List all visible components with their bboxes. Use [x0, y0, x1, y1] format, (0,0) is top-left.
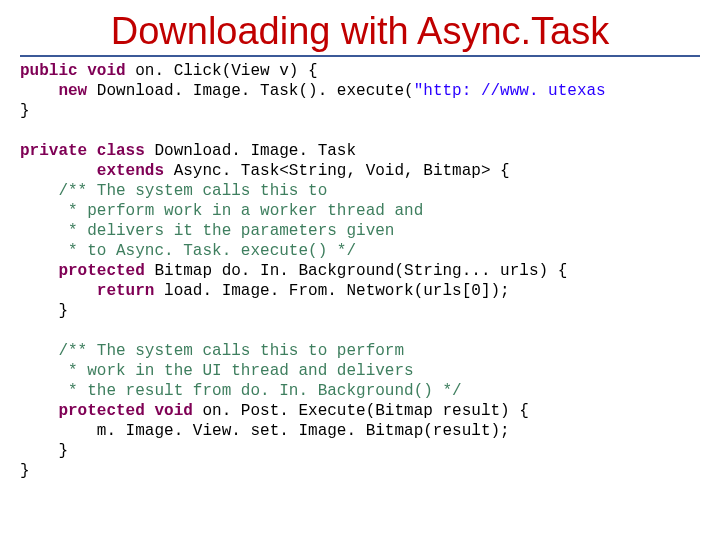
- code-l18b: on. Post. Execute(Bitmap result) {: [193, 402, 529, 420]
- kw-new: new: [20, 82, 87, 100]
- slide: Downloading with Async.Task public void …: [0, 0, 720, 540]
- cm-l07: /** The system calls this to: [20, 182, 327, 200]
- code-l01b: on. Click(View v) {: [126, 62, 318, 80]
- kw-protected1: protected: [20, 262, 145, 280]
- str-url: "http: //www. utexas: [414, 82, 606, 100]
- code-l21: }: [20, 462, 30, 480]
- code-l02b: Download. Image. Task(). execute(: [87, 82, 413, 100]
- kw-protected-void: protected void: [20, 402, 193, 420]
- code-l03: }: [20, 102, 30, 120]
- cm-l17: * the result from do. In. Background() *…: [20, 382, 462, 400]
- slide-title: Downloading with Async.Task: [20, 10, 700, 57]
- code-l20: }: [20, 442, 68, 460]
- cm-l08: * perform work in a worker thread and: [20, 202, 423, 220]
- code-l19: m. Image. View. set. Image. Bitmap(resul…: [20, 422, 510, 440]
- cm-l16: * work in the UI thread and delivers: [20, 362, 414, 380]
- kw-return: return: [20, 282, 154, 300]
- code-l06b: Async. Task<String, Void, Bitmap> {: [164, 162, 510, 180]
- kw-private-class: private class: [20, 142, 145, 160]
- code-l12b: load. Image. From. Network(urls[0]);: [154, 282, 509, 300]
- kw-extends: extends: [20, 162, 164, 180]
- cm-l10: * to Async. Task. execute() */: [20, 242, 356, 260]
- code-block: public void on. Click(View v) { new Down…: [20, 61, 700, 481]
- cm-l09: * delivers it the parameters given: [20, 222, 394, 240]
- cm-l15: /** The system calls this to perform: [20, 342, 404, 360]
- code-l11b: Bitmap do. In. Background(String... urls…: [145, 262, 567, 280]
- kw-public-void: public void: [20, 62, 126, 80]
- code-l05b: Download. Image. Task: [145, 142, 356, 160]
- code-l13: }: [20, 302, 68, 320]
